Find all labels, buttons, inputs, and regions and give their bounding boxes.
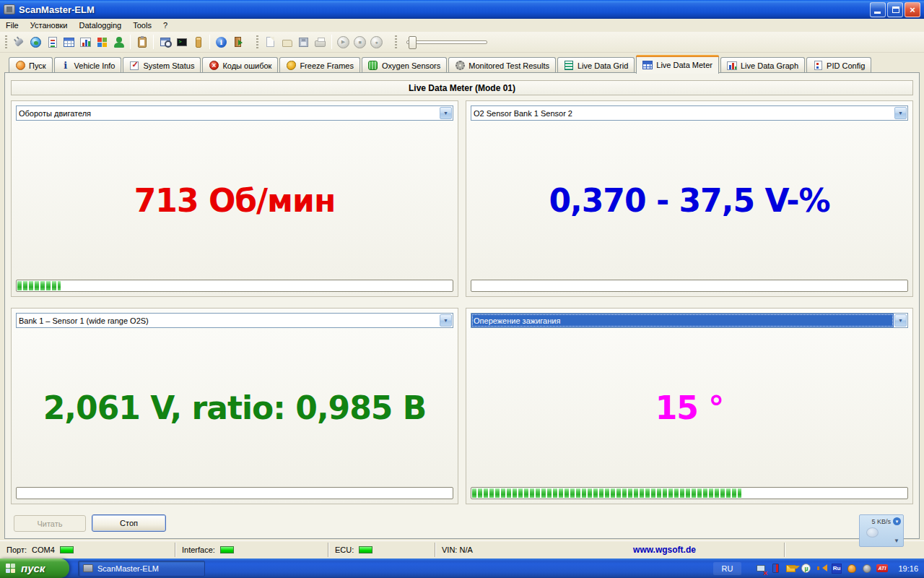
restore-button[interactable] [887,2,903,17]
tab-start[interactable]: Пуск [9,57,53,73]
start-button[interactable]: пуск [0,558,69,578]
report-icon[interactable] [44,34,61,51]
pid-select-rpm[interactable]: Обороты двигателя ▼ [16,105,453,121]
tab-trouble-codes[interactable]: Коды ошибок [202,57,278,73]
pid-select-o2-b1s2[interactable]: O2 Sensor Bank 1 Sensor 2 ▼ [471,105,908,121]
close-icon: × [910,4,915,15]
info-icon[interactable] [213,34,230,51]
volume-icon[interactable] [815,562,827,574]
tab-live-data-meter[interactable]: Live Data Meter [636,55,719,74]
close-button[interactable]: × [905,2,920,17]
meter-value-o2-b1s2: 0,370 - 37,5 V-% [471,121,908,280]
new-file-icon[interactable] [262,34,279,51]
progress-fill [472,488,741,498]
taskbar-clock: 19:16 [891,564,924,573]
menu-datalogging[interactable]: Datalogging [74,20,128,31]
progress-fill [17,281,61,290]
pid-select-value: Опережение зажигания [471,314,894,327]
utorrent-icon[interactable] [800,562,812,574]
web-icon[interactable] [27,34,44,51]
print-icon[interactable] [312,34,328,51]
interface-label: Interface: [182,545,215,554]
tab-live-data-grid[interactable]: Live Data Grid [557,57,635,73]
terminal-icon[interactable] [173,34,190,51]
menu-tools[interactable]: Tools [127,20,157,31]
play-icon[interactable] [335,34,352,51]
battery-icon[interactable] [770,562,782,574]
combo-dropdown-button[interactable]: ▼ [894,314,907,327]
combo-dropdown-button[interactable]: ▼ [894,107,907,119]
save-icon[interactable] [295,34,312,51]
slider-thumb[interactable] [409,36,417,49]
status-interface: Interface: [175,543,328,557]
tab-freeze-frames[interactable]: Freeze Frames [279,57,360,73]
traffic-monitor-widget[interactable]: 5 KB/s [859,514,904,547]
website-link[interactable]: www.wgsoft.de [633,545,696,555]
meter-panel-ignition: Опережение зажигания ▼ 15 ° [466,308,913,504]
menu-settings[interactable]: Установки [25,20,74,31]
record-icon[interactable] [368,34,385,51]
taskbar-task-scanmaster[interactable]: ScanMaster-ELM [78,561,205,577]
ecu-led [359,546,372,553]
toolbar-separator [153,35,154,49]
taskbar: пуск ScanMaster-ELM RU Ru ATI 19:16 [0,558,924,578]
tab-system-status[interactable]: System Status [123,57,201,73]
chevron-down-icon: ▼ [898,111,903,116]
pid-select-ignition[interactable]: Опережение зажигания ▼ [471,313,908,328]
tab-live-data-graph[interactable]: Live Data Graph [720,57,805,73]
connect-icon[interactable] [11,34,27,51]
chevron-down-icon: ▼ [443,111,448,116]
pid-config-icon [813,61,823,71]
live-data-meter-icon [642,60,653,70]
meter-grid: Обороты двигателя ▼ 713 Об/мин O2 Sensor… [11,100,913,504]
tab-monitored-tests[interactable]: Monitored Test Results [448,57,556,73]
download-arrow-icon [893,517,901,525]
toolbar-grip[interactable] [256,35,258,48]
clipboard-icon[interactable] [134,34,150,51]
data-grid-icon[interactable] [61,34,77,51]
stop-icon[interactable] [352,34,368,51]
pid-select-value: Bank 1 – Sensor 1 (wide range O2S) [17,314,439,327]
tab-vehicle-info[interactable]: Vehicle Info [54,57,122,73]
meter-panel-o2-b1s2: O2 Sensor Bank 1 Sensor 2 ▼ 0,370 - 37,5… [466,100,913,297]
speed-slider[interactable] [406,40,487,44]
alarm-icon[interactable] [845,562,858,574]
status-website: www.wgsoft.de [545,543,785,557]
traffic-rate: 5 KB/s [871,518,891,525]
combo-dropdown-button[interactable]: ▼ [440,314,452,327]
minimize-icon [874,12,881,14]
menu-file[interactable]: File [0,20,25,31]
open-file-icon[interactable] [279,34,295,51]
tab-bar: Пуск Vehicle Info System Status Коды оши… [0,53,924,73]
read-button[interactable]: Читать [14,515,86,532]
restore-icon [892,7,899,13]
audio-icon[interactable] [860,562,873,574]
tab-oxygen-sensors[interactable]: Oxygen Sensors [362,57,447,73]
messenger-icon[interactable] [785,562,797,574]
toolbar-grip[interactable] [5,35,7,48]
tab-pid-config[interactable]: PID Config [806,57,871,73]
language-indicator[interactable]: RU [713,562,742,575]
minimize-button[interactable] [870,2,886,17]
combo-dropdown-button[interactable]: ▼ [440,107,452,119]
ati-icon[interactable]: ATI [876,562,888,574]
system-status-icon [129,61,139,71]
search-icon[interactable] [157,34,173,51]
port-value: COM4 [32,545,55,554]
chart-icon[interactable] [77,34,94,51]
exit-icon[interactable] [230,34,246,51]
caret-down-icon[interactable] [894,537,899,544]
user-icon[interactable] [110,34,127,51]
pid-select-wide-o2[interactable]: Bank 1 – Sensor 1 (wide range O2S) ▼ [16,313,453,328]
stop-button[interactable]: Стоп [92,514,166,532]
tray-language-icon[interactable]: Ru [830,562,842,574]
ecu-label: ECU: [335,545,354,554]
menu-help[interactable]: ? [157,20,173,31]
status-bar: Порт: COM4 Interface: ECU: VIN: N/A www.… [0,540,924,558]
device-icon[interactable] [190,34,206,51]
start-label: пуск [21,562,45,574]
network-offline-icon[interactable] [754,562,767,574]
windows-icon[interactable] [94,34,110,51]
status-ecu: ECU: [328,543,435,557]
toolbar-grip[interactable] [395,35,397,48]
